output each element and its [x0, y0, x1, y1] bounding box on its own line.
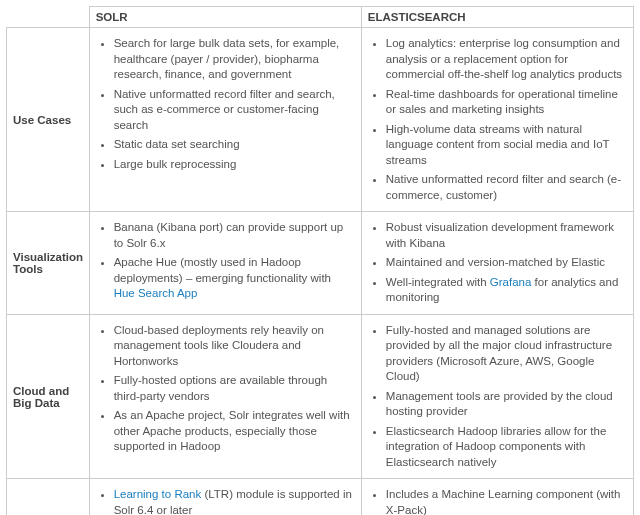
es-list: Log analytics: enterprise log consumptio… [368, 36, 627, 203]
list-item: Management tools are provided by the clo… [386, 389, 627, 420]
header-elasticsearch: ELASTICSEARCH [361, 7, 633, 28]
cell-solr: Search for large bulk data sets, for exa… [89, 28, 361, 212]
row-label: Use Cases [7, 28, 90, 212]
list-item: Log analytics: enterprise log consumptio… [386, 36, 627, 83]
list-item: High-volume data streams with natural la… [386, 122, 627, 169]
row-label: Cognitive Search Capabilities and Integr… [7, 479, 90, 515]
list-item: Includes a Machine Learning component (w… [386, 487, 627, 515]
list-item: Elasticsearch Hadoop libraries allow for… [386, 424, 627, 471]
list-item: Cloud-based deployments rely heavily on … [114, 323, 355, 370]
es-list: Robust visualization development framewo… [368, 220, 627, 306]
row-label: Cloud and Big Data [7, 314, 90, 479]
solr-list: Search for large bulk data sets, for exa… [96, 36, 355, 172]
cell-solr: Cloud-based deployments rely heavily on … [89, 314, 361, 479]
list-item: Well-integrated with Grafana for analyti… [386, 275, 627, 306]
list-item: Native unformatted record filter and sea… [386, 172, 627, 203]
list-item: Fully-hosted and managed solutions are p… [386, 323, 627, 385]
list-item: Large bulk reprocessing [114, 157, 355, 173]
list-item: Static data set searching [114, 137, 355, 153]
es-list: Includes a Machine Learning component (w… [368, 487, 627, 515]
solr-list: Learning to Rank (LTR) module is support… [96, 487, 355, 515]
cell-elasticsearch: Includes a Machine Learning component (w… [361, 479, 633, 515]
row-label: Visualization Tools [7, 212, 90, 315]
list-item: Real-time dashboards for operational tim… [386, 87, 627, 118]
es-list: Fully-hosted and managed solutions are p… [368, 323, 627, 471]
header-solr: SOLR [89, 7, 361, 28]
link[interactable]: Grafana [490, 276, 532, 288]
cell-solr: Banana (Kibana port) can provide support… [89, 212, 361, 315]
cell-solr: Learning to Rank (LTR) module is support… [89, 479, 361, 515]
list-item: Maintained and version-matched by Elasti… [386, 255, 627, 271]
table-row: Use CasesSearch for large bulk data sets… [7, 28, 634, 212]
list-item: Robust visualization development framewo… [386, 220, 627, 251]
link[interactable]: Hue Search App [114, 287, 198, 299]
list-item: Fully-hosted options are available throu… [114, 373, 355, 404]
table-row: Visualization ToolsBanana (Kibana port) … [7, 212, 634, 315]
link[interactable]: Learning to Rank [114, 488, 202, 500]
list-item: Native unformatted record filter and sea… [114, 87, 355, 134]
list-item: As an Apache project, Solr integrates we… [114, 408, 355, 455]
cell-elasticsearch: Log analytics: enterprise log consumptio… [361, 28, 633, 212]
list-item: Banana (Kibana port) can provide support… [114, 220, 355, 251]
table-row: Cognitive Search Capabilities and Integr… [7, 479, 634, 515]
list-item: Search for large bulk data sets, for exa… [114, 36, 355, 83]
comparison-table: SOLR ELASTICSEARCH Use CasesSearch for l… [6, 6, 634, 515]
solr-list: Banana (Kibana port) can provide support… [96, 220, 355, 302]
list-item: Apache Hue (mostly used in Hadoop deploy… [114, 255, 355, 302]
cell-elasticsearch: Robust visualization development framewo… [361, 212, 633, 315]
cell-elasticsearch: Fully-hosted and managed solutions are p… [361, 314, 633, 479]
header-empty [7, 7, 90, 28]
solr-list: Cloud-based deployments rely heavily on … [96, 323, 355, 455]
list-item: Learning to Rank (LTR) module is support… [114, 487, 355, 515]
table-row: Cloud and Big DataCloud-based deployment… [7, 314, 634, 479]
